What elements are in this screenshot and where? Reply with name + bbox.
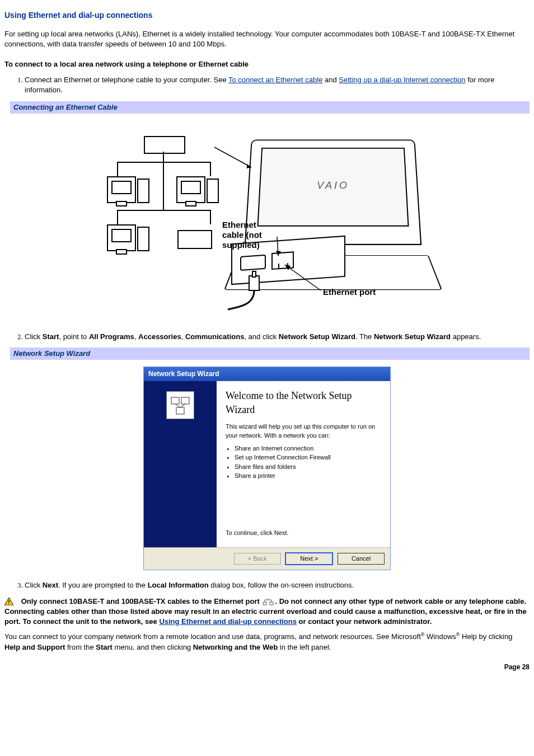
wizard-network-icon: [166, 391, 194, 419]
svg-rect-15: [263, 602, 266, 605]
intro-paragraph: For setting up local area networks (LANs…: [4, 29, 530, 49]
leader-lines: [110, 119, 424, 321]
wizard-intro-text: This wizard will help you set up this co…: [226, 422, 381, 440]
svg-rect-8: [171, 397, 179, 404]
procedure-heading: To connect to a local area network using…: [4, 59, 530, 69]
wizard-heading: Welcome to the Network Setup Wizard: [226, 389, 381, 417]
step-2: Click Start, point to All Programs, Acce…: [25, 332, 530, 342]
svg-marker-7: [285, 265, 291, 270]
ethernet-port-icon: [263, 598, 274, 605]
page-number: Page 28: [4, 663, 530, 672]
wizard-bullet: Share a printer: [235, 472, 381, 480]
figure2-caption: Network Setup Wizard: [4, 348, 530, 360]
link-using-ethernet-dialup[interactable]: Using Ethernet and dial-up connections: [159, 617, 297, 626]
wizard-button-row: < Back Next > Cancel: [144, 547, 390, 570]
back-button: < Back: [234, 553, 281, 565]
closing-paragraph: You can connect to your company network …: [4, 631, 530, 652]
wizard-sidebar: [144, 381, 217, 547]
svg-line-6: [285, 265, 321, 290]
link-setting-up-dialup[interactable]: Setting up a dial-up Internet connection: [339, 76, 465, 84]
dialog-titlebar: Network Setup Wizard: [144, 367, 390, 381]
svg-rect-16: [270, 602, 273, 605]
svg-marker-5: [276, 251, 281, 256]
svg-rect-10: [176, 407, 184, 414]
warning-icon: !: [4, 598, 13, 605]
cancel-button[interactable]: Cancel: [338, 553, 385, 565]
wizard-bullet: Set up Internet Connection Firewall: [235, 453, 381, 462]
step-1: Connect an Ethernet or telephone cable t…: [25, 75, 530, 95]
section-title: Using Ethernet and dial-up connections: [4, 10, 530, 21]
link-connect-ethernet-cable[interactable]: To connect an Ethernet cable: [228, 76, 322, 84]
next-button[interactable]: Next >: [285, 552, 333, 565]
network-setup-wizard-dialog: Network Setup Wizard Welcome to the Netw…: [143, 367, 391, 570]
warning-paragraph: ! Only connect 10BASE-T and 100BASE-TX c…: [4, 597, 530, 627]
wizard-bullet: Share files and folders: [235, 463, 381, 471]
svg-line-11: [175, 404, 180, 407]
wizard-feature-list: Share an Internet connection Set up Inte…: [235, 444, 381, 481]
svg-marker-3: [247, 164, 251, 168]
svg-rect-9: [181, 397, 189, 404]
step-3: Click Next. If you are prompted to the L…: [25, 580, 530, 590]
figure1-caption: Connecting an Ethernet Cable: [4, 101, 530, 114]
svg-text:!: !: [8, 599, 10, 605]
svg-line-2: [214, 147, 251, 167]
step1-text-mid: and: [322, 76, 339, 84]
wizard-continue-text: To continue, click Next.: [226, 529, 381, 537]
figure-ethernet-diagram: VAIO Ethernet cable (not supplied) Ether…: [110, 119, 424, 321]
svg-line-12: [180, 404, 185, 407]
step1-text-pre: Connect an Ethernet or telephone cable t…: [25, 76, 228, 84]
wizard-bullet: Share an Internet connection: [235, 444, 381, 453]
